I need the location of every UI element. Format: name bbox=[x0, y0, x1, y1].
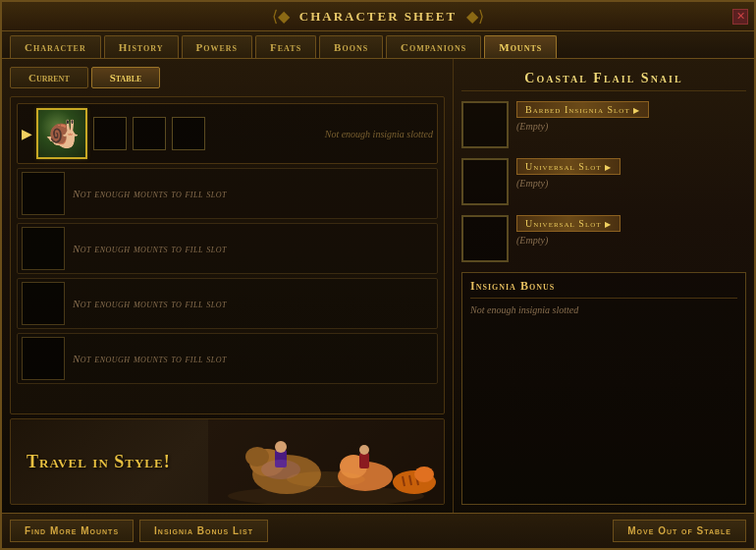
tab-history[interactable]: History bbox=[104, 35, 179, 58]
sub-tabs: Current Stable bbox=[10, 67, 445, 88]
svg-point-10 bbox=[359, 445, 369, 455]
mount-slot-row-3[interactable]: Not enough mounts to fill slot bbox=[17, 278, 438, 329]
insignia-slot-label-3[interactable]: Universal Slot ▶ bbox=[516, 215, 621, 232]
bottom-bar: Find More Mounts Insignia Bonus List Mov… bbox=[2, 513, 754, 548]
right-panel: Coastal Flail Snail Barbed Insignia Slot… bbox=[454, 59, 754, 513]
svg-point-18 bbox=[287, 471, 365, 487]
insignia-arrow-1: ▶ bbox=[633, 106, 640, 115]
tab-feats[interactable]: Feats bbox=[255, 35, 316, 58]
title-bar: ⟨◆ Character Sheet ◆⟩ ✕ bbox=[2, 2, 754, 31]
insignia-slot-small-3[interactable] bbox=[172, 117, 205, 150]
active-mount-row[interactable]: ▶ 🐌 Not enough insignia slotted bbox=[17, 103, 438, 164]
insignia-arrow-3: ▶ bbox=[605, 220, 612, 229]
insignia-empty-3: (Empty) bbox=[516, 235, 621, 246]
active-mount-portrait[interactable]: 🐌 bbox=[36, 108, 87, 159]
find-more-mounts-button[interactable]: Find More Mounts bbox=[10, 520, 134, 542]
insignia-arrow-2: ▶ bbox=[605, 163, 612, 172]
mount-name-title: Coastal Flail Snail bbox=[461, 67, 746, 91]
svg-point-6 bbox=[275, 441, 287, 453]
subtab-stable[interactable]: Stable bbox=[91, 67, 161, 88]
mount-slot-icon-1 bbox=[22, 172, 65, 215]
insignia-slot-block-3: Universal Slot ▶ (Empty) bbox=[461, 215, 746, 262]
mount-slot-row-1[interactable]: Not enough mounts to fill slot bbox=[17, 168, 438, 219]
mount-slot-text-3: Not enough mounts to fill slot bbox=[73, 298, 227, 309]
banner-text: Travel in Style! bbox=[11, 452, 187, 472]
snail-icon: 🐌 bbox=[45, 118, 80, 150]
insignia-slot-block-1: Barbed Insignia Slot ▶ (Empty) bbox=[461, 101, 746, 148]
mount-slot-row-2[interactable]: Not enough mounts to fill slot bbox=[17, 223, 438, 274]
left-panel: Current Stable ▶ 🐌 Not enough insig bbox=[2, 59, 454, 513]
mount-list: ▶ 🐌 Not enough insignia slotted Not enou… bbox=[10, 96, 445, 414]
insignia-empty-2: (Empty) bbox=[516, 178, 621, 189]
active-indicator: ▶ bbox=[22, 126, 32, 142]
mount-slot-icon-4 bbox=[22, 337, 65, 380]
insignia-slot-small-2[interactable] bbox=[133, 117, 166, 150]
move-out-of-stable-button[interactable]: Move Out of Stable bbox=[613, 520, 746, 542]
mount-portrait-art: 🐌 bbox=[38, 110, 85, 157]
insignia-bonus-section: Insignia Bonus Not enough insignia slott… bbox=[461, 272, 746, 505]
window-title: Character Sheet bbox=[299, 9, 457, 25]
character-sheet-window: ⟨◆ Character Sheet ◆⟩ ✕ Character Histor… bbox=[0, 0, 756, 550]
insignia-slot-info-3: Universal Slot ▶ (Empty) bbox=[516, 215, 621, 246]
insignia-bonus-text: Not enough insignia slotted bbox=[470, 304, 737, 315]
insignia-not-enough-text: Not enough insignia slotted bbox=[211, 129, 433, 139]
banner-section: Travel in Style! bbox=[10, 418, 445, 505]
insignia-slot-box-2[interactable] bbox=[461, 158, 509, 205]
tab-companions[interactable]: Companions bbox=[386, 35, 481, 58]
bottom-btns-left: Find More Mounts Insignia Bonus List bbox=[10, 520, 268, 542]
insignia-slot-box-1[interactable] bbox=[461, 101, 509, 148]
svg-rect-9 bbox=[359, 453, 369, 468]
mount-slot-text-1: Not enough mounts to fill slot bbox=[73, 188, 227, 199]
mount-slot-text-4: Not enough mounts to fill slot bbox=[73, 353, 227, 364]
main-content: Current Stable ▶ 🐌 Not enough insig bbox=[2, 59, 754, 513]
mount-slot-row-4[interactable]: Not enough mounts to fill slot bbox=[17, 333, 438, 384]
insignia-bonus-list-button[interactable]: Insignia Bonus List bbox=[139, 520, 268, 542]
insignia-bonus-title: Insignia Bonus bbox=[470, 279, 737, 299]
insignia-slot-info-1: Barbed Insignia Slot ▶ (Empty) bbox=[516, 101, 649, 132]
insignia-slot-block-2: Universal Slot ▶ (Empty) bbox=[461, 158, 746, 205]
close-button[interactable]: ✕ bbox=[732, 9, 748, 25]
tab-powers[interactable]: Powers bbox=[182, 35, 253, 58]
insignia-slot-box-3[interactable] bbox=[461, 215, 509, 262]
insignia-slot-small-1[interactable] bbox=[93, 117, 127, 150]
tab-character[interactable]: Character bbox=[10, 35, 101, 58]
tab-mounts[interactable]: Mounts bbox=[484, 35, 557, 58]
mount-slot-text-2: Not enough mounts to fill slot bbox=[73, 243, 227, 254]
insignia-slot-info-2: Universal Slot ▶ (Empty) bbox=[516, 158, 621, 189]
title-deco-right: ◆⟩ bbox=[466, 7, 484, 26]
title-deco-left: ⟨◆ bbox=[272, 7, 290, 26]
insignia-slot-label-2[interactable]: Universal Slot ▶ bbox=[516, 158, 621, 175]
tab-boons[interactable]: Boons bbox=[319, 35, 383, 58]
banner-image bbox=[187, 419, 444, 504]
mount-slot-icon-3 bbox=[22, 282, 65, 325]
svg-point-16 bbox=[414, 467, 434, 482]
subtab-current[interactable]: Current bbox=[10, 67, 88, 88]
insignia-slot-label-1[interactable]: Barbed Insignia Slot ▶ bbox=[516, 101, 649, 118]
mount-slot-icon-2 bbox=[22, 227, 65, 270]
nav-tabs-row: Character History Powers Feats Boons Com… bbox=[2, 31, 754, 59]
insignia-empty-1: (Empty) bbox=[516, 121, 649, 132]
